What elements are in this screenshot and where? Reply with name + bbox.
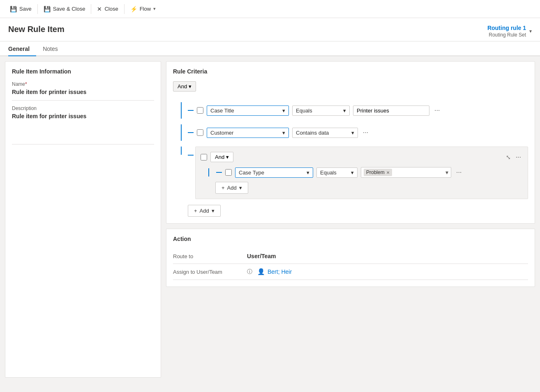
outer-add-button[interactable]: + Add ▾ — [188, 205, 221, 217]
tag-dropdown-icon[interactable]: ▾ — [445, 169, 448, 176]
row1-checkbox[interactable] — [197, 107, 203, 114]
assign-user-link[interactable]: Bert; Heir — [268, 268, 292, 275]
row2-op-chevron: ▾ — [351, 130, 354, 136]
nested-add-chevron: ▾ — [239, 185, 242, 191]
nested-row1-value-container[interactable]: Problem ✕ ▾ — [361, 167, 451, 178]
flow-icon: ⚡ — [130, 6, 137, 12]
route-to-label: Route to — [173, 253, 247, 259]
page-header: New Rule Item Routing rule 1 Routing Rul… — [0, 18, 540, 41]
info-icon: ⓘ — [247, 268, 252, 275]
assign-to-label: Assign to User/Team — [173, 269, 247, 275]
header-chevron-icon[interactable]: ▾ — [529, 28, 532, 34]
row2-field-chevron: ▾ — [282, 130, 285, 136]
collapse-icon[interactable]: ⤡ — [506, 154, 511, 160]
description-field-label: Description — [12, 105, 154, 111]
name-divider — [12, 100, 154, 101]
header-right: Routing rule 1 Routing Rule Set ▾ — [487, 25, 532, 38]
nested-row1-more-button[interactable]: ··· — [455, 168, 463, 177]
problem-tag: Problem ✕ — [364, 169, 392, 176]
row1-operator-select[interactable]: Equals ▾ — [292, 105, 350, 116]
nested-row1-checkbox[interactable] — [225, 169, 232, 176]
row2-checkbox[interactable] — [197, 129, 203, 136]
and-button[interactable]: And ▾ — [173, 81, 196, 92]
nested-add-button[interactable]: + Add ▾ — [215, 182, 248, 194]
close-icon: ✕ — [97, 6, 102, 12]
user-icon: 👤 — [257, 268, 265, 275]
description-divider — [12, 144, 154, 144]
flow-button[interactable]: ⚡ Flow ▾ — [125, 0, 161, 18]
outer-add-plus-icon: + — [194, 208, 197, 214]
nested-group-checkbox[interactable] — [201, 154, 207, 160]
save-close-icon: 💾 — [44, 6, 51, 12]
criteria-title: Rule Criteria — [173, 68, 528, 75]
problem-tag-remove[interactable]: ✕ — [386, 170, 390, 175]
row1-field-select[interactable]: Case Title ▾ — [207, 105, 289, 116]
route-to-row: Route to User/Team — [173, 249, 528, 264]
close-button[interactable]: ✕ Close — [92, 0, 123, 18]
tab-notes[interactable]: Notes — [43, 41, 65, 56]
toolbar-divider-1 — [37, 4, 38, 14]
and-chevron-icon: ▾ — [189, 83, 192, 89]
flow-chevron-icon: ▾ — [153, 6, 156, 11]
nested-row1-op-chevron: ▾ — [351, 170, 354, 176]
save-button[interactable]: 💾 Save — [5, 0, 37, 18]
right-panel: Rule Criteria And ▾ — [166, 61, 535, 378]
action-section: Action Route to User/Team Assign to User… — [166, 229, 535, 287]
routing-rule-link[interactable]: Routing rule 1 — [487, 25, 526, 31]
main-content: Rule Item Information Name* Rule item fo… — [0, 56, 540, 383]
nested-and-button[interactable]: And ▾ — [210, 152, 233, 162]
route-to-value: User/Team — [247, 253, 276, 259]
row1-more-button[interactable]: ··· — [433, 106, 441, 115]
toolbar: 💾 Save 💾 Save & Close ✕ Close ⚡ Flow ▾ — [0, 0, 540, 18]
save-close-button[interactable]: 💾 Save & Close — [39, 0, 90, 18]
save-icon: 💾 — [10, 6, 17, 12]
criteria-section: Rule Criteria And ▾ — [166, 61, 535, 224]
assign-to-row: Assign to User/Team ⓘ 👤 Bert; Heir — [173, 264, 528, 280]
toolbar-divider-3 — [124, 4, 125, 14]
row2-field-select[interactable]: Customer ▾ — [207, 128, 289, 138]
left-panel: Rule Item Information Name* Rule item fo… — [5, 61, 161, 378]
nested-row1-operator-select[interactable]: Equals ▾ — [316, 167, 358, 178]
outer-add-chevron: ▾ — [212, 208, 215, 214]
row1-field-chevron: ▾ — [282, 108, 285, 114]
description-field-value: Rule item for printer issues — [12, 113, 154, 119]
row1-op-chevron: ▾ — [343, 108, 346, 114]
tab-general[interactable]: General — [8, 41, 36, 56]
name-field-label: Name* — [12, 81, 154, 87]
toolbar-divider-2 — [91, 4, 91, 14]
routing-rule-sub: Routing Rule Set — [489, 32, 526, 38]
nested-row1-field-select[interactable]: Case Type ▾ — [235, 167, 313, 178]
action-title: Action — [173, 236, 528, 242]
panel-title: Rule Item Information — [12, 68, 154, 75]
row2-operator-select[interactable]: Contains data ▾ — [292, 128, 358, 138]
nested-group-more-button[interactable]: ··· — [514, 153, 523, 162]
nested-row1-chevron: ▾ — [307, 170, 309, 176]
nested-and-chevron: ▾ — [226, 154, 229, 160]
row1-value-input[interactable] — [353, 105, 429, 116]
page-title: New Rule Item — [8, 25, 65, 34]
name-field-value: Rule item for printer issues — [12, 89, 154, 95]
row2-more-button[interactable]: ··· — [361, 128, 370, 137]
nested-add-plus-icon: + — [222, 185, 225, 191]
tabs-bar: General Notes — [0, 41, 540, 56]
